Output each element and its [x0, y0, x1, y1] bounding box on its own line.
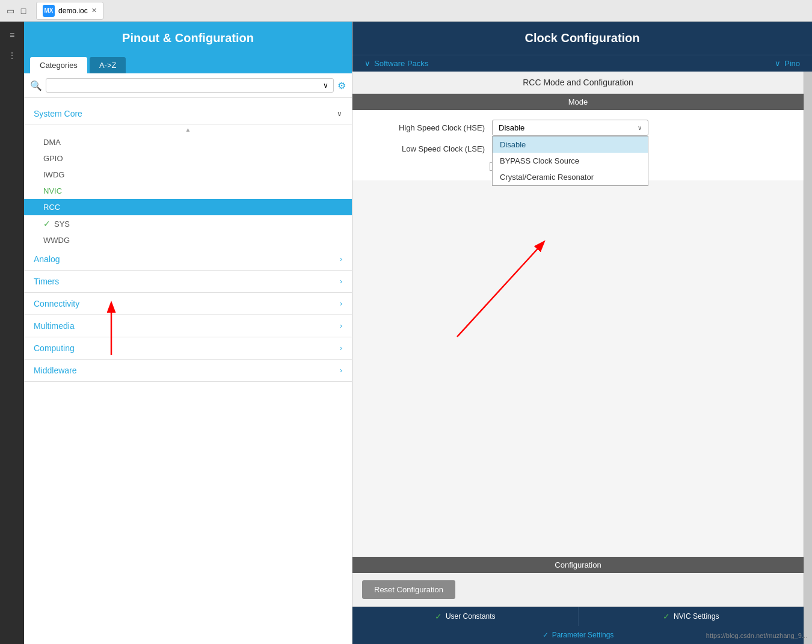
sw-packs-label: Software Packs	[374, 59, 428, 68]
tree-item-dma[interactable]: DMA	[24, 134, 352, 150]
multimedia-section: Multimedia ›	[24, 315, 352, 337]
tree-item-sys[interactable]: ✓ SYS	[24, 215, 352, 232]
analog-chevron: ›	[340, 255, 342, 263]
hse-dropdown-wrapper: Disable ∨ Disable BYPASS Clock Source Cr…	[492, 120, 648, 136]
multimedia-chevron: ›	[340, 322, 342, 330]
side-icon-bar: ≡ ⋮	[0, 22, 24, 644]
nvic-settings-icon: ✓	[663, 612, 670, 621]
computing-label: Computing	[34, 343, 75, 353]
user-constants-tab[interactable]: ✓ User Constants	[352, 607, 579, 626]
computing-chevron: ›	[340, 344, 342, 352]
user-constants-icon: ✓	[435, 612, 442, 621]
config-body: Reset Configuration	[352, 573, 804, 606]
tree-item-wwdg[interactable]: WWDG	[24, 232, 352, 248]
mode-header: Mode	[352, 94, 804, 110]
system-core-header[interactable]: System Core ∨	[24, 103, 352, 125]
maximize-button[interactable]: □	[18, 5, 29, 16]
user-constants-label: User Constants	[446, 612, 496, 621]
system-core-chevron: ∨	[337, 109, 342, 118]
computing-header[interactable]: Computing ›	[24, 337, 352, 359]
tree-item-rcc[interactable]: RCC	[24, 199, 352, 215]
analog-label: Analog	[34, 254, 60, 264]
right-panel: Clock Configuration ∨ Software Packs ∨ P…	[352, 22, 812, 644]
tab-label: demo.ioc	[58, 7, 88, 15]
right-panel-header: Clock Configuration	[352, 22, 812, 55]
sub-tabs: Categories A->Z	[24, 55, 352, 73]
config-section: Configuration Reset Configuration	[352, 557, 804, 606]
timers-section: Timers ›	[24, 271, 352, 293]
search-bar: 🔍 ∨ ⚙	[24, 73, 352, 98]
hse-option-crystal[interactable]: Crystal/Ceramic Resonator	[493, 169, 648, 185]
watermark: https://blog.csdn.net/muzhang_9...	[706, 632, 807, 639]
connectivity-header[interactable]: Connectivity ›	[24, 293, 352, 314]
hse-dropdown-chevron: ∨	[638, 124, 642, 131]
gear-icon[interactable]: ⚙	[337, 80, 346, 91]
timers-header[interactable]: Timers ›	[24, 271, 352, 292]
multimedia-label: Multimedia	[34, 321, 75, 331]
software-packs-bar: ∨ Software Packs ∨ Pino	[352, 55, 812, 72]
reset-config-button[interactable]: Reset Configuration	[362, 580, 455, 599]
nvic-settings-tab[interactable]: ✓ NVIC Settings	[579, 607, 804, 626]
middleware-header[interactable]: Middleware ›	[24, 360, 352, 381]
hse-row: High Speed Clock (HSE) Disable ∨ Disable	[364, 120, 792, 136]
tree-item-gpio[interactable]: GPIO	[24, 150, 352, 167]
bottom-tabs-row: ✓ User Constants ✓ NVIC Settings	[352, 606, 804, 626]
hse-dropdown-menu: Disable BYPASS Clock Source Crystal/Cera…	[492, 136, 648, 186]
connectivity-chevron: ›	[340, 299, 342, 308]
tab-categories[interactable]: Categories	[30, 57, 87, 73]
tree-item-iwdg[interactable]: IWDG	[24, 167, 352, 183]
left-panel: Pinout & Configuration Categories A->Z 🔍…	[24, 22, 352, 644]
tab-close-icon[interactable]: ✕	[91, 7, 97, 14]
system-core-section: System Core ∨ ▲ DMA GPIO IWDG NVIC RCC ✓…	[24, 103, 352, 248]
left-panel-title: Pinout & Configuration	[36, 31, 340, 45]
sw-packs-chevron: ∨	[364, 59, 371, 68]
file-tab[interactable]: MX demo.ioc ✕	[36, 2, 103, 20]
software-packs-button[interactable]: ∨ Software Packs	[364, 59, 428, 68]
tree-area: System Core ∨ ▲ DMA GPIO IWDG NVIC RCC ✓…	[24, 98, 352, 644]
computing-section: Computing ›	[24, 337, 352, 360]
side-icon-2[interactable]: ⋮	[4, 47, 20, 64]
sys-check-icon: ✓	[43, 219, 51, 228]
analog-header[interactable]: Analog ›	[24, 248, 352, 270]
tree-item-nvic[interactable]: NVIC	[24, 183, 352, 199]
timers-chevron: ›	[340, 277, 342, 286]
pino-label-text: Pino	[784, 59, 800, 68]
rcc-config-area: RCC Mode and Configuration Mode High Spe…	[352, 72, 804, 644]
parameter-settings-label: Parameter Settings	[552, 631, 614, 639]
sys-label: SYS	[54, 219, 70, 228]
rcc-title: RCC Mode and Configuration	[352, 72, 804, 94]
hse-option-disable[interactable]: Disable	[493, 136, 648, 153]
connectivity-section: Connectivity ›	[24, 293, 352, 315]
search-input-wrapper[interactable]: ∨	[46, 78, 334, 93]
app-icon: MX	[43, 5, 55, 17]
nvic-settings-label: NVIC Settings	[674, 612, 719, 621]
parameter-settings-icon: ✓	[543, 631, 549, 639]
hse-value: Disable	[499, 123, 524, 132]
system-core-label: System Core	[34, 109, 82, 118]
middleware-section: Middleware ›	[24, 360, 352, 382]
right-panel-title: Clock Configuration	[364, 31, 800, 45]
vertical-scrollbar[interactable]	[804, 72, 812, 644]
tab-az[interactable]: A->Z	[90, 57, 126, 73]
search-input[interactable]	[51, 81, 323, 90]
content-spacer	[352, 180, 804, 557]
hse-dropdown[interactable]: Disable ∨	[492, 120, 648, 136]
pino-chevron: ∨	[775, 59, 781, 68]
side-icon-1[interactable]: ≡	[4, 26, 20, 43]
hse-option-bypass[interactable]: BYPASS Clock Source	[493, 153, 648, 169]
mode-section: Mode High Speed Clock (HSE) Disable ∨	[352, 94, 804, 180]
search-icon: 🔍	[30, 80, 42, 91]
multimedia-header[interactable]: Multimedia ›	[24, 315, 352, 337]
middleware-chevron: ›	[340, 366, 342, 375]
hse-label: High Speed Clock (HSE)	[364, 123, 485, 132]
middleware-label: Middleware	[34, 366, 77, 375]
analog-section: Analog ›	[24, 248, 352, 271]
lse-label: Low Speed Clock (LSE)	[364, 144, 485, 153]
timers-label: Timers	[34, 277, 59, 286]
mode-body: High Speed Clock (HSE) Disable ∨ Disable	[352, 110, 804, 180]
scroll-up-indicator: ▲	[24, 125, 352, 134]
config-header: Configuration	[352, 557, 804, 573]
minimize-button[interactable]: ▭	[5, 5, 16, 16]
dropdown-arrow-icon: ∨	[323, 81, 328, 90]
pino-button[interactable]: ∨ Pino	[775, 59, 800, 68]
